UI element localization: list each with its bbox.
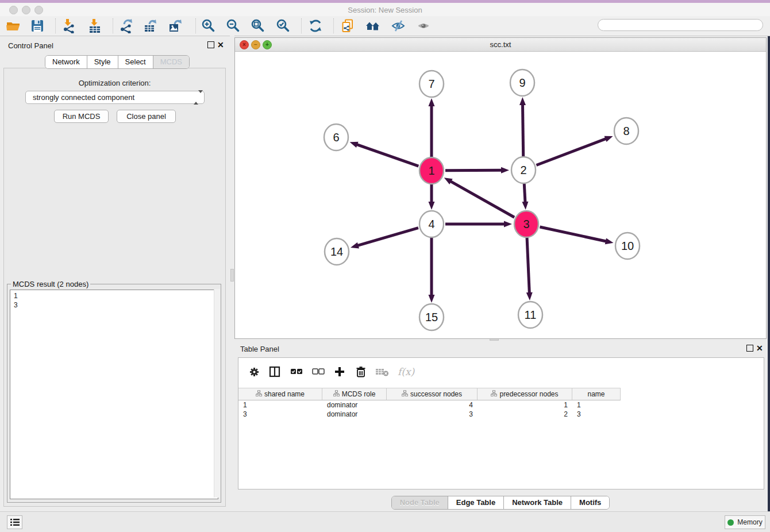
edge-arrowhead: [351, 242, 359, 249]
column-header-label: name: [587, 390, 605, 398]
export-network-icon[interactable]: [117, 18, 134, 34]
tree-icon: [256, 390, 262, 398]
graph-node-label-9: 9: [519, 76, 525, 89]
control-panel-close-icon[interactable]: ✕: [217, 40, 224, 49]
memory-label: Memory: [737, 518, 762, 526]
edge-3-11[interactable]: [527, 238, 529, 294]
table-tab-bar: Node TableEdge TableNetwork TableMotifs: [234, 496, 767, 510]
edge-arrowhead: [526, 292, 533, 300]
save-icon[interactable]: [29, 18, 46, 34]
tab-style[interactable]: Style: [87, 56, 118, 68]
table-row[interactable]: 1dominator411: [238, 400, 621, 410]
import-table-icon[interactable]: [86, 18, 103, 34]
cell-name[interactable]: 3: [572, 410, 621, 419]
tab-network-table[interactable]: Network Table: [504, 496, 571, 509]
zoom-fit-icon[interactable]: [249, 18, 267, 34]
cell-shared-name[interactable]: 1: [238, 400, 322, 410]
mcds-result-text[interactable]: 1 3: [10, 290, 218, 499]
edge-3-10[interactable]: [540, 227, 606, 241]
cell-shared-name[interactable]: 3: [238, 410, 322, 419]
table-row[interactable]: 3dominator323: [238, 410, 621, 419]
graph-node-label-4: 4: [428, 218, 434, 230]
tab-mcds[interactable]: MCDS: [153, 56, 189, 68]
task-history-button[interactable]: [7, 515, 22, 529]
edge-arrowhead: [350, 142, 359, 148]
network-canvas[interactable]: 7968124314101511: [235, 51, 766, 338]
add-column-icon[interactable]: [332, 365, 347, 379]
cell-predecessor-nodes[interactable]: 2: [478, 410, 572, 419]
svg-text:f(x): f(x): [398, 366, 415, 377]
cell-successor-nodes[interactable]: 3: [387, 410, 478, 419]
network-window-titlebar[interactable]: scc.txt: [235, 38, 766, 52]
open-folder-icon[interactable]: [5, 18, 22, 34]
edge-3-1[interactable]: [450, 181, 514, 217]
graph-node-label-14: 14: [330, 245, 343, 258]
edge-2-3[interactable]: [524, 184, 525, 203]
deselect-all-columns-icon[interactable]: [311, 365, 326, 379]
control-panel-tab-bar: NetworkStyleSelectMCDS: [45, 55, 190, 69]
edge-arrowhead: [504, 221, 512, 228]
main-toolbar: [0, 16, 770, 36]
column-header-MCDS-role[interactable]: MCDS role: [322, 388, 387, 400]
network-view-window: scc.txt 7968124314101511: [234, 37, 767, 339]
cell-name[interactable]: 1: [572, 400, 621, 410]
close-panel-button[interactable]: Close panel: [117, 110, 176, 123]
export-table-icon[interactable]: [142, 18, 159, 34]
toolbar-separator: [195, 18, 196, 33]
hide-graphics-details-icon[interactable]: [390, 18, 407, 34]
column-header-predecessor-nodes[interactable]: predecessor nodes: [478, 388, 572, 400]
select-all-columns-icon[interactable]: [289, 365, 304, 379]
zoom-selected-icon[interactable]: [275, 18, 292, 34]
delete-column-icon[interactable]: [353, 365, 368, 379]
cell-mcds-role[interactable]: dominator: [322, 410, 387, 419]
criterion-select[interactable]: strongly connected component: [25, 91, 205, 104]
export-image-icon[interactable]: [167, 18, 184, 34]
clone-network-icon[interactable]: [339, 18, 356, 34]
edge-2-9[interactable]: [522, 104, 523, 156]
zoom-in-icon[interactable]: [200, 18, 217, 34]
edge-arrowhead: [522, 202, 528, 210]
tab-edge-table[interactable]: Edge Table: [448, 496, 504, 509]
table-panel-close-icon[interactable]: ✕: [756, 344, 763, 353]
mcds-result-scrollbar[interactable]: [214, 289, 220, 498]
mcds-result-title: MCDS result (2 nodes): [11, 280, 90, 288]
search-input[interactable]: [598, 19, 763, 31]
edge-4-14[interactable]: [357, 228, 418, 246]
list-icon: [10, 518, 20, 526]
graph-node-label-3: 3: [523, 218, 529, 230]
tree-icon: [333, 390, 340, 398]
edge-1-2[interactable]: [445, 170, 502, 171]
cell-predecessor-nodes[interactable]: 1: [478, 400, 572, 410]
edge-2-8[interactable]: [536, 138, 606, 165]
control-panel-float-icon[interactable]: [207, 41, 214, 50]
graph-node-label-15: 15: [425, 311, 438, 323]
tab-motifs[interactable]: Motifs: [571, 496, 609, 509]
memory-button[interactable]: Memory: [725, 515, 765, 529]
birds-eye-view-icon[interactable]: [415, 18, 432, 34]
toolbar-separator: [55, 18, 56, 33]
run-mcds-button[interactable]: Run MCDS: [54, 110, 109, 123]
edge-1-6[interactable]: [356, 144, 418, 166]
table-panel-float-icon[interactable]: [746, 345, 753, 353]
import-network-icon[interactable]: [60, 18, 77, 34]
graph-node-label-10: 10: [621, 240, 634, 252]
graph-node-label-8: 8: [623, 125, 629, 137]
table-panel-content: f(x) shared nameMCDS rolesuccessor nodes…: [238, 357, 764, 489]
vertical-splitter-grip[interactable]: [230, 269, 234, 282]
zoom-out-icon[interactable]: [225, 18, 242, 34]
tab-network[interactable]: Network: [45, 56, 87, 68]
cell-mcds-role[interactable]: dominator: [322, 400, 387, 410]
cell-successor-nodes[interactable]: 4: [387, 400, 478, 410]
column-header-shared-name[interactable]: shared name: [238, 388, 322, 400]
column-header-name[interactable]: name: [572, 388, 621, 400]
refresh-icon[interactable]: [307, 18, 324, 34]
show-columns-icon[interactable]: [267, 365, 282, 379]
first-neighbors-icon[interactable]: [364, 18, 382, 34]
toolbar-separator: [301, 18, 302, 33]
column-header-label: MCDS role: [342, 390, 376, 398]
tab-node-table[interactable]: Node Table: [392, 496, 448, 509]
column-header-label: predecessor nodes: [499, 390, 558, 398]
tab-select[interactable]: Select: [118, 56, 153, 68]
table-options-gear-icon[interactable]: [247, 365, 261, 379]
column-header-successor-nodes[interactable]: successor nodes: [387, 388, 478, 400]
